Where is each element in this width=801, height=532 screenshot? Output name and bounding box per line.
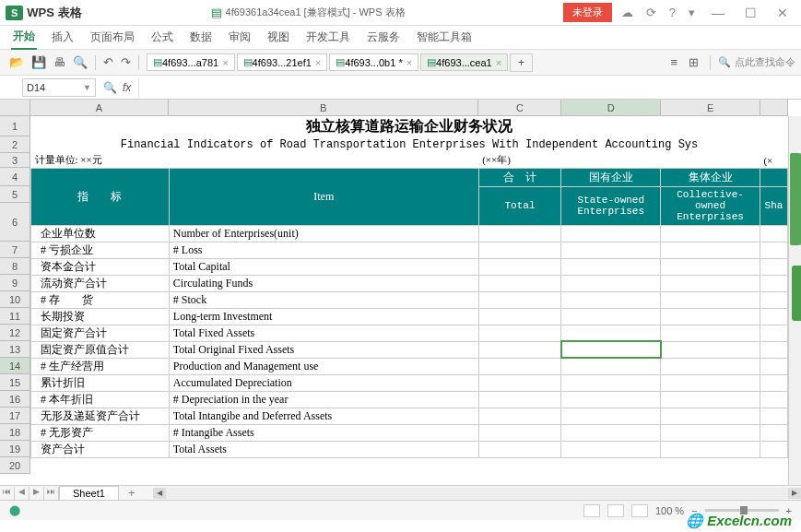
view-normal-button[interactable] <box>583 504 600 517</box>
cell-b20[interactable]: Total Assets <box>169 441 478 457</box>
cell-b12[interactable]: Long-term Investment <box>169 308 478 325</box>
cell-f16[interactable] <box>760 374 787 391</box>
cell-b17[interactable]: # Depreciation in the year <box>169 391 478 408</box>
close-icon[interactable]: × <box>222 57 228 68</box>
cell-b15[interactable]: Production and Management use <box>169 358 478 374</box>
unit-right[interactable]: (× <box>760 153 787 168</box>
col-header-f[interactable] <box>760 100 788 116</box>
cell-c12[interactable] <box>478 308 561 325</box>
cell-c20[interactable] <box>478 441 561 457</box>
menu-review[interactable]: 审阅 <box>227 26 253 49</box>
row-header-4[interactable]: 4 <box>0 168 30 186</box>
row-header-5[interactable]: 5 <box>0 186 30 203</box>
cell-c8[interactable] <box>478 242 561 258</box>
cell-b14[interactable]: Total Original Fixed Assets <box>169 341 478 358</box>
list-icon[interactable]: ≡ <box>666 55 681 69</box>
cell-f15[interactable] <box>760 358 787 374</box>
row-header-13[interactable]: 13 <box>0 341 30 358</box>
zoom-slider[interactable] <box>705 509 779 512</box>
menu-insert[interactable]: 插入 <box>50 26 76 49</box>
cell-a8[interactable]: # 亏损企业 <box>31 242 170 258</box>
save-icon[interactable]: 💾 <box>28 55 50 69</box>
cell-f9[interactable] <box>760 258 787 275</box>
header-f[interactable] <box>760 168 787 186</box>
cell-d20[interactable] <box>561 441 661 457</box>
menu-formula[interactable]: 公式 <box>149 26 175 49</box>
cell-a9[interactable]: 资本金合计 <box>31 258 170 275</box>
row-header-8[interactable]: 8 <box>0 258 30 275</box>
menu-cloud[interactable]: 云服务 <box>365 26 402 49</box>
cell-e15[interactable] <box>661 358 760 374</box>
cell-b13[interactable]: Total Fixed Assets <box>169 325 478 341</box>
cell-c18[interactable] <box>478 408 561 424</box>
row-header-12[interactable]: 12 <box>0 325 30 341</box>
cell-a15[interactable]: # 生产经营用 <box>31 358 170 374</box>
sidebar-handle[interactable] <box>792 266 801 321</box>
sheet-tab-1[interactable]: Sheet1 <box>59 486 119 501</box>
add-tab-button[interactable]: + <box>510 53 533 72</box>
cell-d16[interactable] <box>561 374 661 391</box>
cell-c14[interactable] <box>478 341 561 358</box>
row-header-9[interactable]: 9 <box>0 275 30 291</box>
tab-scroll-first[interactable]: ⏮ <box>0 487 15 500</box>
cell-f20[interactable] <box>760 441 787 457</box>
name-box[interactable]: D14▼ <box>22 78 96 97</box>
cell-d9[interactable] <box>561 258 661 275</box>
row-header-3[interactable]: 3 <box>0 153 30 168</box>
grid-body[interactable]: 独立核算道路运输企业财务状况Financial Indicators of Ro… <box>30 116 788 485</box>
cell-a7[interactable]: 企业单位数 <box>31 225 170 242</box>
row-header-19[interactable]: 19 <box>0 441 30 457</box>
close-icon[interactable]: × <box>315 57 321 68</box>
row-header-14[interactable]: 14 <box>0 358 30 374</box>
open-icon[interactable]: 📂 <box>6 55 28 69</box>
fx-search-icon[interactable]: 🔍 <box>103 81 117 94</box>
menu-toolbox[interactable]: 智能工具箱 <box>415 26 474 49</box>
cell-c16[interactable] <box>478 374 561 391</box>
formula-input[interactable] <box>138 78 801 97</box>
doc-tab-3[interactable]: ▤ 4f693...cea1× <box>420 53 508 71</box>
row-header-20[interactable]: 20 <box>0 457 30 474</box>
cell-a12[interactable]: 长期投资 <box>31 308 170 325</box>
cell-d18[interactable] <box>561 408 661 424</box>
cell-e14[interactable] <box>661 341 760 358</box>
add-sheet-button[interactable]: + <box>119 485 145 501</box>
menu-view[interactable]: 视图 <box>265 26 291 49</box>
row-header-17[interactable]: 17 <box>0 408 30 424</box>
cell-e17[interactable] <box>661 391 760 408</box>
row-header-1[interactable]: 1 <box>0 116 30 136</box>
horizontal-scrollbar[interactable]: ◀ ▶ <box>153 488 801 499</box>
cell-c10[interactable] <box>478 275 561 291</box>
unit-center[interactable]: (××年) <box>478 153 561 168</box>
menu-data[interactable]: 数据 <box>188 26 214 49</box>
fx-label[interactable]: fx <box>123 81 131 94</box>
cell-a18[interactable]: 无形及递延资产合计 <box>31 408 170 424</box>
menu-page-layout[interactable]: 页面布局 <box>88 26 136 49</box>
subtitle-cell[interactable]: Financial Indicators of Road Transportat… <box>31 136 788 153</box>
record-icon[interactable]: ⬤ <box>9 504 20 516</box>
cell-a16[interactable]: 累计折旧 <box>31 374 170 391</box>
col-header-c[interactable]: C <box>478 100 561 116</box>
unit-left[interactable]: 计量单位: ××元 <box>31 153 170 168</box>
cell-f18[interactable] <box>760 408 787 424</box>
cell-b11[interactable]: # Stock <box>169 291 478 308</box>
cell-d19[interactable] <box>561 424 661 441</box>
view-break-button[interactable] <box>631 504 648 517</box>
cell-d11[interactable] <box>561 291 661 308</box>
row-header-7[interactable]: 7 <box>0 242 30 258</box>
cell-a20[interactable]: 资产合计 <box>31 441 170 457</box>
col-header-e[interactable]: E <box>661 100 760 116</box>
row-header-6[interactable]: 6 <box>0 203 30 242</box>
cell-c17[interactable] <box>478 391 561 408</box>
cell-b8[interactable]: # Loss <box>169 242 478 258</box>
cell-e11[interactable] <box>661 291 760 308</box>
cell-e16[interactable] <box>661 374 760 391</box>
hscroll-right[interactable]: ▶ <box>788 488 801 499</box>
cell-b7[interactable]: Number of Enterprises(unit) <box>169 225 478 242</box>
cell-f17[interactable] <box>760 391 787 408</box>
row-header-2[interactable]: 2 <box>0 136 30 153</box>
cell-b10[interactable]: Circulating Funds <box>169 275 478 291</box>
cell-f19[interactable] <box>760 424 787 441</box>
tab-scroll-next[interactable]: ▶ <box>29 487 44 500</box>
cell-f10[interactable] <box>760 275 787 291</box>
maximize-button[interactable]: ☐ <box>737 6 764 20</box>
